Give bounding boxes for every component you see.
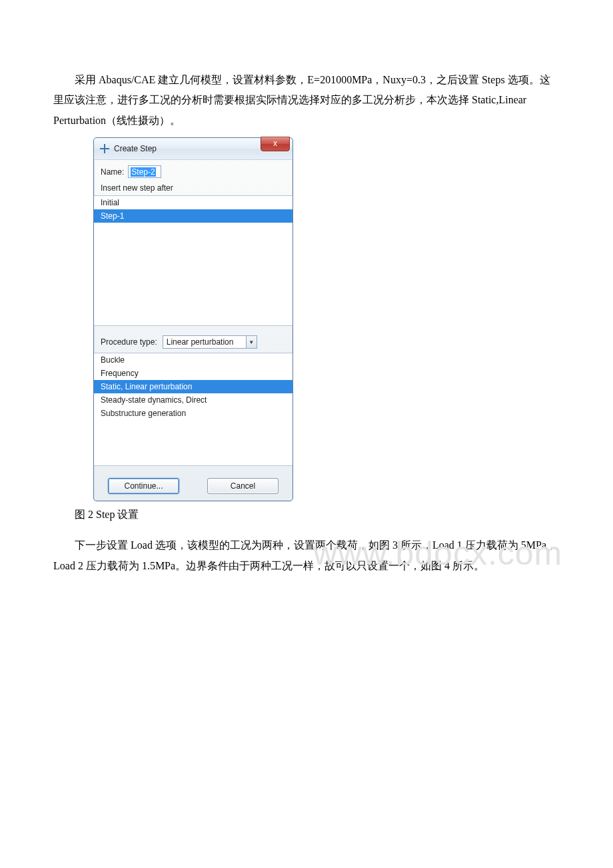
list-item[interactable]: Substructure generation <box>94 407 293 420</box>
figure-2: www.bdocx.com Create Step x Name: <box>93 137 560 501</box>
dialog-body: Name: Step-2 Insert new step after Initi… <box>94 160 293 473</box>
name-input-value: Step-2 <box>131 167 155 177</box>
create-step-dialog: Create Step x Name: Step-2 Insert new st… <box>93 137 293 501</box>
name-row: Name: Step-2 <box>101 165 286 178</box>
list-item[interactable]: Steady-state dynamics, Direct <box>94 393 293 407</box>
continue-button[interactable]: Continue... <box>108 478 179 494</box>
close-icon: x <box>273 139 277 148</box>
procedure-type-label: Procedure type: <box>101 337 157 347</box>
paragraph-1: 采用 Abaqus/CAE 建立几何模型，设置材料参数，E=201000MPa，… <box>53 70 560 131</box>
dialog-button-row: Continue... Cancel <box>94 473 293 501</box>
insert-after-label: Insert new step after <box>101 183 286 193</box>
procedure-listbox[interactable]: Buckle Frequency Static, Linear perturba… <box>94 353 293 466</box>
paragraph-2: 下一步设置 Load 选项，该模型的工况为两种，设置两个载荷，如图 3 所示，L… <box>53 535 560 576</box>
name-input[interactable]: Step-2 <box>128 165 161 178</box>
document-page: 采用 Abaqus/CAE 建立几何模型，设置材料参数，E=201000MPa，… <box>0 0 613 609</box>
name-label: Name: <box>101 167 124 177</box>
procedure-row: Procedure type: Linear perturbation ▼ <box>101 330 286 353</box>
list-item[interactable]: Static, Linear perturbation <box>94 380 293 393</box>
steps-listbox[interactable]: Initial Step-1 <box>94 195 293 326</box>
figure-2-caption: 图 2 Step 设置 <box>53 508 560 522</box>
procedure-type-combobox[interactable]: Linear perturbation ▼ <box>163 335 257 349</box>
procedure-type-value: Linear perturbation <box>163 337 246 347</box>
cancel-button[interactable]: Cancel <box>207 478 279 494</box>
close-button[interactable]: x <box>261 137 290 151</box>
dialog-title: Create Step <box>114 144 157 153</box>
dialog-titlebar: Create Step x <box>94 138 293 160</box>
list-item[interactable]: Step-1 <box>94 209 293 223</box>
list-item[interactable]: Initial <box>94 196 293 209</box>
list-item[interactable]: Buckle <box>94 353 293 367</box>
list-item[interactable]: Frequency <box>94 367 293 380</box>
step-dialog-icon <box>99 143 110 154</box>
chevron-down-icon: ▼ <box>246 336 257 348</box>
